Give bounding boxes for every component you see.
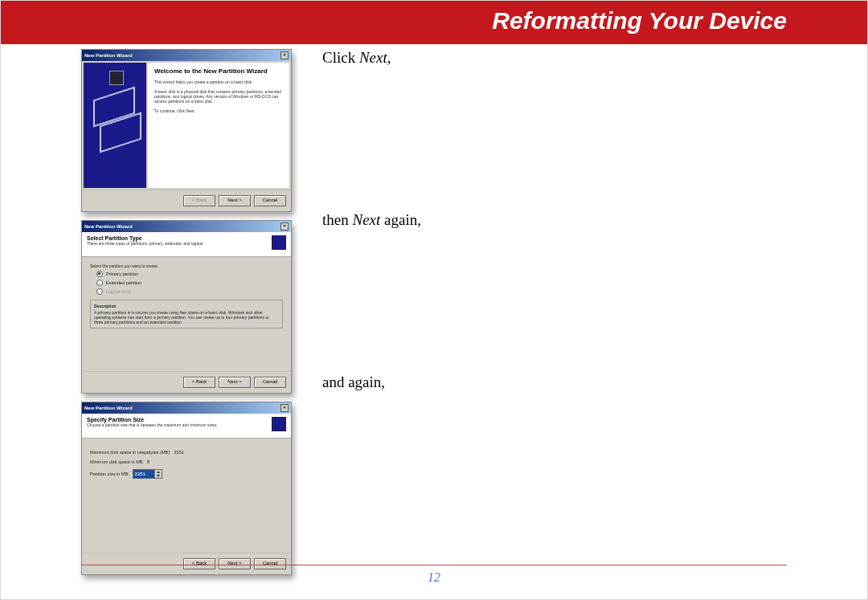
window-titlebar: New Partition Wizard × — [82, 50, 291, 61]
next-button[interactable]: Next > — [219, 558, 251, 569]
wizard-step-title: Select Partition Type — [87, 235, 204, 241]
next-button[interactable]: Next > — [219, 377, 251, 388]
window-titlebar: New Partition Wizard × — [82, 221, 291, 232]
instruction-step-3: and again, — [322, 373, 788, 391]
wizard-paragraph: A basic disk is a physical disk that con… — [154, 89, 283, 104]
screenshot-column: New Partition Wizard × Welcome to the Ne… — [81, 49, 292, 583]
disk-icon — [272, 417, 286, 431]
wizard-body: Select the partition you want to create:… — [82, 257, 291, 371]
partition-size-row: Partition size in MB: 2251 — [90, 469, 283, 479]
field-value: 2251 — [174, 450, 184, 455]
footer-rule — [81, 565, 787, 565]
field-label: Minimum disk space in MB: — [90, 459, 144, 464]
radio-icon — [96, 271, 103, 277]
window-title: New Partition Wizard — [84, 224, 133, 229]
wizard-step-title: Specify Partition Size — [87, 417, 218, 422]
text: then — [322, 211, 352, 228]
radio-logical-drive: Logical drive — [96, 288, 283, 295]
back-button[interactable]: < Back — [183, 377, 215, 388]
disk-icon — [272, 235, 286, 250]
back-button: < Back — [183, 195, 215, 206]
cancel-button[interactable]: Cancel — [254, 195, 286, 206]
radio-label: Logical drive — [106, 289, 131, 294]
wizard-partition-type-screenshot: New Partition Wizard × Select Partition … — [81, 220, 292, 394]
page-title: Reformatting Your Device — [492, 7, 787, 35]
wizard-step-subtitle: Choose a partition size that is between … — [87, 422, 218, 427]
field-value: 8 — [147, 459, 149, 464]
size-spinner[interactable]: 2251 — [133, 469, 162, 479]
max-size-row: Maximum disk space in megabytes (MB): 22… — [90, 450, 283, 455]
radio-icon — [96, 280, 103, 286]
radio-label: Primary partition — [106, 271, 138, 276]
close-icon[interactable]: × — [280, 222, 289, 231]
radio-label: Extended partition — [106, 280, 141, 285]
button-row: < Back Next > Cancel — [82, 190, 291, 211]
button-row: < Back Next > Cancel — [82, 371, 291, 393]
close-icon[interactable]: × — [280, 404, 289, 412]
description-frame: Description A primary partition is a vol… — [90, 300, 283, 329]
disk-icon — [109, 71, 124, 85]
wizard-welcome-screenshot: New Partition Wizard × Welcome to the Ne… — [81, 49, 292, 212]
wizard-paragraph: To continue, click Next. — [154, 108, 283, 113]
size-input[interactable]: 2251 — [133, 470, 154, 478]
wizard-step-header: Specify Partition Size Choose a partitio… — [82, 414, 291, 439]
instruction-step-1: Click Next, — [322, 49, 788, 67]
wizard-step-subtitle: There are three types of partitions: pri… — [87, 241, 204, 246]
spinner-arrows-icon[interactable] — [154, 470, 162, 478]
wizard-heading: Welcome to the New Partition Wizard — [154, 67, 283, 75]
content-area: Click Next, then Next again, and again, … — [1, 44, 867, 84]
wizard-paragraph: This wizard helps you create a partition… — [154, 80, 283, 84]
cancel-button[interactable]: Cancel — [254, 558, 286, 569]
wizard-partition-size-screenshot: New Partition Wizard × Specify Partition… — [81, 402, 292, 575]
text: , — [387, 49, 391, 66]
text: Click — [322, 49, 359, 66]
description-label: Description — [94, 304, 279, 308]
close-icon[interactable]: × — [280, 51, 289, 59]
wizard-side-graphic — [84, 63, 146, 188]
window-title: New Partition Wizard — [84, 406, 133, 410]
next-button[interactable]: Next > — [219, 195, 251, 206]
instruction-column: Click Next, then Next again, and again, — [322, 49, 788, 391]
wizard-text-panel: Welcome to the New Partition Wizard This… — [148, 63, 289, 188]
text-emphasis: Next — [352, 211, 380, 228]
page-number: 12 — [1, 570, 867, 585]
radio-primary-partition[interactable]: Primary partition — [96, 271, 283, 277]
prompt-label: Select the partition you want to create: — [90, 263, 283, 268]
field-label: Maximum disk space in megabytes (MB): — [90, 450, 171, 455]
wizard-step-header: Select Partition Type There are three ty… — [82, 232, 291, 257]
document-page: Reformatting Your Device Click Next, the… — [0, 0, 868, 600]
instruction-step-2: then Next again, — [322, 211, 788, 229]
field-label: Partition size in MB: — [90, 471, 129, 476]
text: again, — [380, 211, 421, 228]
radio-extended-partition[interactable]: Extended partition — [96, 280, 283, 286]
cancel-button[interactable]: Cancel — [254, 377, 286, 388]
min-size-row: Minimum disk space in MB: 8 — [90, 459, 283, 464]
text-emphasis: Next — [359, 49, 387, 66]
description-text: A primary partition is a volume you crea… — [94, 310, 279, 324]
wizard-body: Maximum disk space in megabytes (MB): 22… — [82, 439, 291, 553]
header-bar: Reformatting Your Device — [1, 1, 867, 44]
radio-icon — [96, 288, 103, 295]
back-button[interactable]: < Back — [183, 558, 215, 569]
window-title: New Partition Wizard — [84, 53, 133, 58]
window-titlebar: New Partition Wizard × — [82, 402, 291, 414]
